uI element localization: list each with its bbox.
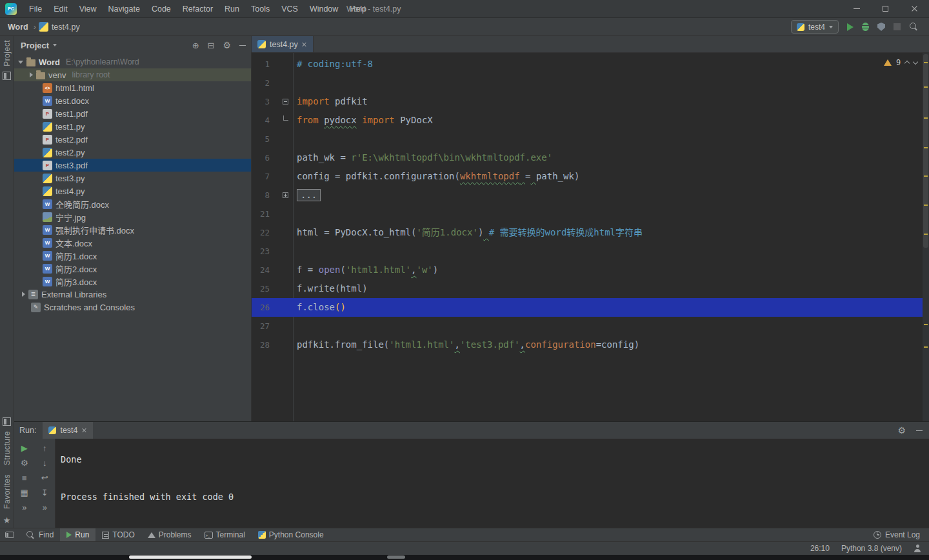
minimize-button[interactable] [842,0,871,17]
code-line-1[interactable]: 1# coding:utf-8 [252,55,923,74]
run-tab-test4[interactable]: test4 [43,422,92,439]
statusbar-problems[interactable]: Problems [141,528,198,541]
code-line-25[interactable]: 25f.write(html) [252,279,923,298]
event-log-button[interactable]: Event Log [874,530,929,539]
more-icon[interactable]: » [22,503,26,512]
rerun-icon[interactable]: ▶ [21,444,28,453]
run-console-output[interactable]: Done Process finished with exit code 0 [55,439,929,528]
favorites-star-icon[interactable]: ★ [3,515,11,525]
settings-icon[interactable]: ⚙ [21,459,28,468]
toolwindow-project-button[interactable]: Project [3,40,12,66]
chevron-expanded-icon[interactable] [18,61,23,64]
menu-edit[interactable]: Edit [48,0,74,17]
run-button[interactable] [847,23,854,31]
tree-item-file[interactable]: W强制执行申请书.docx [14,223,251,236]
code-line-7[interactable]: 7config = pdfkit.configuration(wkhtmltop… [252,167,923,186]
code-line-3[interactable]: 3import pdfkit [252,92,923,111]
scroll-end-icon[interactable]: ↧ [41,488,48,497]
statusbar-todo[interactable]: TODO [95,528,141,541]
statusbar-find[interactable]: Find [19,528,60,541]
tree-item-file[interactable]: Wtest.docx [14,94,251,107]
run-config-selector[interactable]: test4 [791,20,839,34]
menu-tools[interactable]: Tools [245,0,275,17]
project-panel-title[interactable]: Project [21,41,49,50]
code-line-8[interactable]: 8... [252,186,923,205]
menu-run[interactable]: Run [219,0,245,17]
close-tab-icon[interactable] [302,42,307,47]
code-line-24[interactable]: 24f = open('html1.html','w') [252,261,923,279]
scrollbar-thumb[interactable] [923,54,928,248]
editor-body[interactable]: 1# coding:utf-823import pdfkit4from pydo… [252,53,929,421]
toolwindow-favorites-button[interactable]: Favorites [3,474,12,509]
stop-button[interactable] [894,23,901,30]
menu-view[interactable]: View [74,0,103,17]
close-button[interactable] [900,0,929,17]
tree-item-root[interactable]: Word E:\pythonlearn\Word [14,55,251,68]
interpreter-indicator[interactable]: Python 3.8 (venv) [841,544,902,553]
menu-file[interactable]: File [23,0,48,17]
tree-item-venv[interactable]: venv library root [14,68,251,81]
restore-layout-icon[interactable]: ▦ [21,488,28,497]
maximize-button[interactable] [871,0,900,17]
tree-item-file[interactable]: Ptest1.pdf [14,107,251,120]
tree-item-file[interactable]: W简历2.docx [14,262,251,275]
project-toolwindow-icon[interactable] [3,72,11,80]
code-line-28[interactable]: 28pdfkit.from_file('html1.html','test3.p… [252,335,923,354]
gear-icon[interactable]: ⚙ [897,425,906,435]
code-line-5[interactable]: 5 [252,130,923,148]
menu-vcs[interactable]: VCS [275,0,304,17]
hide-panel-icon[interactable] [916,430,923,431]
code-line-26[interactable]: 26f.close() [252,298,923,317]
menu-refactor[interactable]: Refactor [177,0,219,17]
stop-icon[interactable]: ■ [22,474,27,483]
code-line-2[interactable]: 2 [252,74,923,92]
fold-collapse-icon[interactable] [283,99,288,105]
code-line-21[interactable]: 21 [252,205,923,223]
down-stack-icon[interactable]: ↓ [43,459,47,468]
tree-item-libraries[interactable]: ≣External Libraries [14,288,251,301]
tree-item-file[interactable]: test1.py [14,120,251,133]
tree-item-scratches[interactable]: ✎Scratches and Consoles [14,301,251,314]
code-line-27[interactable]: 27 [252,317,923,335]
chevron-down-icon[interactable] [53,44,57,46]
up-stack-icon[interactable]: ↑ [43,444,47,453]
softwrap-icon[interactable]: ↩ [41,474,48,483]
tree-item-file[interactable]: test4.py [14,185,251,197]
statusbar-python-console[interactable]: Python Console [252,528,330,541]
gear-icon[interactable]: ⚙ [223,40,231,50]
tree-item-file[interactable]: W文本.docx [14,236,251,249]
hide-panel-icon[interactable] [239,45,246,46]
tree-item-file[interactable]: Ptest3.pdf [14,159,251,172]
locate-file-icon[interactable]: ⊕ [192,41,199,50]
breadcrumb-project[interactable]: Word [8,23,28,32]
collapse-all-icon[interactable]: ⊟ [208,41,215,50]
code-line-23[interactable]: 23 [252,242,923,261]
tree-item-file[interactable]: W简历1.docx [14,249,251,262]
toolwindow-structure-button[interactable]: Structure [3,431,12,465]
more-icon[interactable]: » [43,503,47,512]
toolwindow-toggle-icon[interactable] [5,532,14,538]
statusbar-run[interactable]: Run [60,528,95,541]
code-line-4[interactable]: 4from pydocx import PyDocX [252,111,923,130]
next-problem-icon[interactable] [913,59,918,65]
caret-position[interactable]: 26:10 [810,544,830,553]
chevron-collapsed-icon[interactable] [22,292,25,297]
menu-navigate[interactable]: Navigate [103,0,146,17]
code-area[interactable]: 1# coding:utf-823import pdfkit4from pydo… [252,53,923,421]
tree-item-file[interactable]: test2.py [14,146,251,159]
coverage-button[interactable] [877,23,885,31]
editor-tab-test4py[interactable]: test4.py [252,36,314,52]
chevron-collapsed-icon[interactable] [30,72,33,77]
debug-button[interactable] [862,23,869,31]
menu-window[interactable]: Window [304,0,344,17]
highlighting-level-icon[interactable] [914,545,921,552]
tree-item-file[interactable]: test3.py [14,172,251,185]
tree-item-file[interactable]: W仝晚简历.docx [14,197,251,210]
code-line-22[interactable]: 22html = PyDocX.to_html('简历1.docx') # 需要… [252,223,923,242]
tree-item-file[interactable]: Ptest2.pdf [14,133,251,146]
search-everywhere-button[interactable] [909,22,919,32]
tree-item-file[interactable]: W简历3.docx [14,275,251,288]
statusbar-terminal[interactable]: Terminal [198,528,252,541]
tree-item-file[interactable]: 宁宁.jpg [14,210,251,223]
inspections-widget[interactable]: 9 [884,58,917,67]
